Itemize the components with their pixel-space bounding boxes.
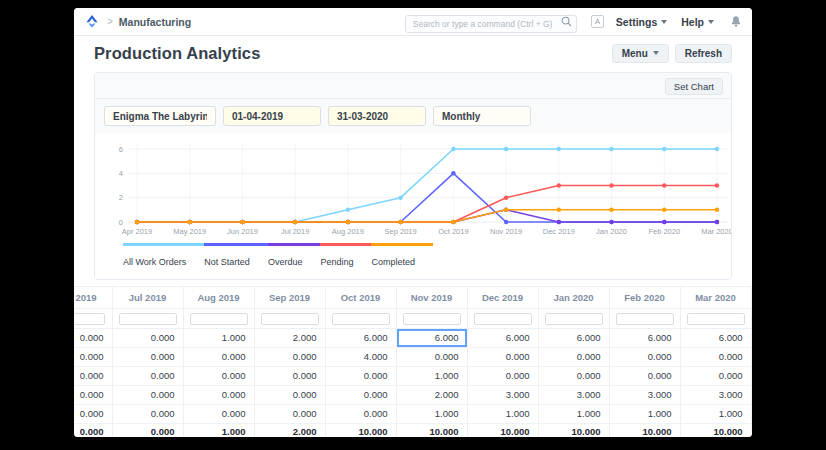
column-header[interactable]: Jul 2019 bbox=[112, 287, 183, 308]
table-cell[interactable]: 0.000 bbox=[112, 385, 183, 404]
table-cell[interactable]: 0.000 bbox=[112, 404, 183, 423]
table-cell[interactable]: 0.000 bbox=[112, 366, 183, 385]
table-cell[interactable]: 2.000 bbox=[254, 423, 325, 437]
table-cell[interactable]: 0.000 bbox=[254, 347, 325, 366]
table-cell[interactable]: 6.000 bbox=[396, 328, 467, 347]
table-cell[interactable]: 0.000 bbox=[538, 366, 609, 385]
table-cell[interactable]: 0.000 bbox=[112, 347, 183, 366]
table-cell[interactable]: 3.000 bbox=[680, 385, 751, 404]
filter-range[interactable] bbox=[433, 106, 531, 126]
legend-label: Completed bbox=[371, 257, 433, 267]
column-filter-input[interactable] bbox=[74, 313, 105, 325]
table-cell[interactable]: 1.000 bbox=[183, 423, 254, 437]
breadcrumb[interactable]: Manufacturing bbox=[119, 16, 191, 28]
table-cell[interactable]: 0.000 bbox=[254, 404, 325, 423]
table-cell[interactable]: 0.000 bbox=[396, 347, 467, 366]
table-cell[interactable]: 1.000 bbox=[183, 328, 254, 347]
table-cell[interactable]: 0.000 bbox=[254, 385, 325, 404]
table-cell[interactable]: 1.000 bbox=[396, 404, 467, 423]
table-cell[interactable]: 0.000 bbox=[609, 366, 680, 385]
table-cell[interactable]: 0.000 bbox=[467, 366, 538, 385]
settings-menu[interactable]: Settings bbox=[616, 16, 667, 28]
table-cell[interactable]: 0.000 bbox=[325, 385, 396, 404]
column-header[interactable]: Mar 2020 bbox=[680, 287, 751, 308]
menu-button[interactable]: Menu bbox=[612, 44, 669, 63]
column-header[interactable]: Nov 2019 bbox=[396, 287, 467, 308]
table-cell[interactable]: 0.000 bbox=[325, 404, 396, 423]
filter-to-date[interactable] bbox=[328, 106, 426, 126]
table-cell[interactable]: 1.000 bbox=[396, 366, 467, 385]
legend-item: Pending bbox=[320, 243, 371, 269]
table-cell[interactable]: 3.000 bbox=[609, 385, 680, 404]
table-cell[interactable]: 1.000 bbox=[609, 404, 680, 423]
table-cell[interactable]: 10.000 bbox=[325, 423, 396, 437]
table-cell[interactable]: 0.000 bbox=[112, 423, 183, 437]
column-filter-input[interactable] bbox=[616, 313, 674, 325]
column-filter-input[interactable] bbox=[332, 313, 390, 325]
table-cell[interactable]: 0.000 bbox=[183, 347, 254, 366]
app-logo-icon[interactable] bbox=[84, 14, 100, 29]
table-cell[interactable]: 0.000 bbox=[112, 328, 183, 347]
column-header[interactable]: Sep 2019 bbox=[254, 287, 325, 308]
table-cell[interactable]: 0.000 bbox=[467, 347, 538, 366]
table-cell[interactable]: 10.000 bbox=[609, 423, 680, 437]
filter-company[interactable] bbox=[104, 106, 216, 126]
filter-from-date[interactable] bbox=[223, 106, 321, 126]
column-header[interactable]: Jan 2020 bbox=[538, 287, 609, 308]
column-filter-input[interactable] bbox=[119, 313, 177, 325]
set-chart-button[interactable]: Set Chart bbox=[665, 78, 723, 95]
table-cell[interactable]: 0.000 bbox=[74, 328, 112, 347]
table-cell[interactable]: 0.000 bbox=[325, 366, 396, 385]
table-cell[interactable]: 6.000 bbox=[467, 328, 538, 347]
column-header[interactable]: Aug 2019 bbox=[183, 287, 254, 308]
table-cell[interactable]: 0.000 bbox=[538, 347, 609, 366]
table-cell[interactable]: 0.000 bbox=[74, 404, 112, 423]
table-cell[interactable]: 6.000 bbox=[325, 328, 396, 347]
table-cell[interactable]: 0.000 bbox=[680, 366, 751, 385]
table-cell[interactable]: 0.000 bbox=[74, 366, 112, 385]
legend-color-bar bbox=[123, 243, 204, 246]
table-cell[interactable]: 0.000 bbox=[183, 366, 254, 385]
table-cell[interactable]: 0.000 bbox=[74, 423, 112, 437]
table-cell[interactable]: 0.000 bbox=[183, 385, 254, 404]
column-filter-input[interactable] bbox=[261, 313, 319, 325]
table-cell[interactable]: 0.000 bbox=[254, 366, 325, 385]
table-cell[interactable]: 6.000 bbox=[680, 328, 751, 347]
column-filter-input[interactable] bbox=[474, 313, 532, 325]
search-input[interactable] bbox=[405, 15, 577, 33]
table-cell[interactable]: 6.000 bbox=[609, 328, 680, 347]
table-cell[interactable]: 3.000 bbox=[467, 385, 538, 404]
table-cell[interactable]: 2.000 bbox=[396, 385, 467, 404]
table-cell[interactable]: 1.000 bbox=[680, 404, 751, 423]
table-cell[interactable]: 1.000 bbox=[467, 404, 538, 423]
column-header[interactable]: Jun 2019 bbox=[74, 287, 112, 308]
table-cell[interactable]: 0.000 bbox=[74, 385, 112, 404]
column-header[interactable]: Dec 2019 bbox=[467, 287, 538, 308]
shortcut-a-badge[interactable]: A bbox=[591, 15, 604, 28]
column-header[interactable]: Feb 2020 bbox=[609, 287, 680, 308]
navbar: > Manufacturing A Settings Help bbox=[74, 8, 752, 36]
table-cell[interactable]: 0.000 bbox=[680, 347, 751, 366]
table-cell[interactable]: 0.000 bbox=[609, 347, 680, 366]
table-cell[interactable]: 4.000 bbox=[325, 347, 396, 366]
notifications-bell-icon[interactable] bbox=[730, 15, 742, 28]
table-cell[interactable]: 10.000 bbox=[396, 423, 467, 437]
table-cell[interactable]: 6.000 bbox=[538, 328, 609, 347]
table-row: 0.0000.0000.0000.0000.0001.0001.0001.000… bbox=[74, 404, 751, 423]
refresh-button[interactable]: Refresh bbox=[675, 44, 732, 63]
column-header[interactable]: Oct 2019 bbox=[325, 287, 396, 308]
table-cell[interactable]: 0.000 bbox=[183, 404, 254, 423]
table-cell[interactable]: 10.000 bbox=[538, 423, 609, 437]
column-filter-input[interactable] bbox=[687, 313, 745, 325]
table-cell[interactable]: 10.000 bbox=[680, 423, 751, 437]
table-cell[interactable]: 10.000 bbox=[467, 423, 538, 437]
table-cell[interactable]: 1.000 bbox=[538, 404, 609, 423]
help-menu[interactable]: Help bbox=[681, 16, 714, 28]
report-datatable: Jun 2019Jul 2019Aug 2019Sep 2019Oct 2019… bbox=[74, 286, 752, 437]
table-cell[interactable]: 0.000 bbox=[74, 347, 112, 366]
table-cell[interactable]: 2.000 bbox=[254, 328, 325, 347]
column-filter-input[interactable] bbox=[545, 313, 603, 325]
column-filter-input[interactable] bbox=[403, 313, 461, 325]
column-filter-input[interactable] bbox=[190, 313, 248, 325]
table-cell[interactable]: 3.000 bbox=[538, 385, 609, 404]
